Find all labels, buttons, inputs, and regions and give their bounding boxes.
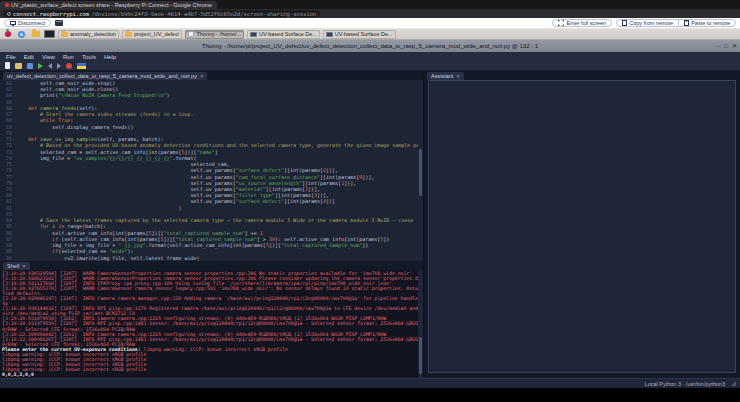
taskbar-window-label: anomaly_detection	[70, 31, 116, 37]
thonny-titlebar[interactable]: Thonny - /home/pi/project_UV_defect/uv_d…	[0, 40, 740, 52]
paste-to-remote-label: Paste to remote	[691, 20, 730, 26]
taskbar-window-label: UV-based Surface De...	[335, 31, 393, 37]
menu-file[interactable]: File	[2, 54, 20, 60]
thonny-menubar: FileEditViewRunToolsHelp	[0, 52, 740, 61]
clipboard-buttons: Copy from remote Paste to remote	[616, 19, 736, 27]
file-manager-launcher-button[interactable]	[30, 29, 41, 39]
editor-tabbar: uv_defect_detection_collect_data_io_rasp…	[0, 71, 423, 80]
shell-line: [3:19:20.927655370] [3207] WARN CameraSe…	[2, 286, 418, 291]
new-file-button[interactable]	[5, 62, 10, 69]
copy-icon	[622, 20, 627, 26]
chromium-icon	[18, 31, 25, 38]
paste-to-remote-button[interactable]: Paste to remote	[678, 20, 735, 26]
remote-taskbar: anomaly_detectionproject_UV_defectThonny…	[0, 29, 740, 40]
folder-icon	[125, 32, 132, 37]
shell-scrollbar[interactable]	[418, 270, 423, 378]
url-path: /devices/b99c24f8-9aee-4b14-a4b7-5d52f8c…	[91, 11, 316, 17]
thonny-window-title: Thonny - /home/pi/project_UV_defect/uv_d…	[202, 43, 538, 49]
stop-restart-button[interactable]	[66, 63, 72, 69]
step-over-button[interactable]	[57, 63, 61, 69]
code-area: self.cam_noir_wide.stop() self.cam_noir_…	[14, 80, 418, 261]
new-file-icon	[5, 62, 10, 69]
run-script-icon	[38, 63, 43, 69]
window-icon	[250, 32, 257, 37]
enter-full-screen-label: Enter full screen	[566, 20, 606, 26]
editor-tab[interactable]: uv_defect_detection_collect_data_io_rasp…	[3, 72, 207, 80]
url-bar[interactable]: connect.raspberrypi.com /devices/b99c24f…	[3, 10, 320, 17]
raspberry-menu-button[interactable]	[2, 29, 13, 39]
open-file-icon	[15, 63, 22, 69]
keyboard-icon[interactable]	[55, 20, 63, 26]
open-file-button[interactable]	[15, 63, 22, 69]
chromium-launcher-button[interactable]	[16, 29, 27, 39]
browser-tabstrip: UV_plastic_surface_defect screen share -…	[0, 0, 740, 9]
taskbar-window-label: project_UV_defect	[134, 31, 179, 37]
taskbar-window-button[interactable]: anomaly_detection	[58, 30, 119, 39]
pi-connect-toolbar: Disconnect Enter full screen Copy from r…	[0, 18, 740, 29]
code-editor[interactable]: 6263646566676869707172737475767778798081…	[0, 80, 423, 261]
menu-view[interactable]: View	[38, 54, 59, 60]
screenshot-thumbnail[interactable]	[44, 29, 55, 39]
close-button[interactable]: ✕	[732, 43, 737, 49]
maximize-button[interactable]: □	[724, 43, 728, 49]
menu-tools[interactable]: Tools	[78, 54, 100, 60]
folder-icon	[61, 32, 68, 37]
assistant-tabbar: Assistant ×	[424, 71, 740, 80]
line-number: 90	[0, 255, 12, 261]
assistant-tab-label: Assistant	[431, 73, 453, 79]
menu-run[interactable]: Run	[59, 54, 78, 60]
ukraine-flag-button[interactable]	[77, 63, 86, 69]
screen-share-icon	[10, 21, 16, 26]
taskbar-window-button[interactable]: project_UV_defect	[122, 30, 182, 39]
chrome-window: UV_plastic_surface_defect screen share -…	[0, 0, 740, 402]
editor-column: uv_defect_detection_collect_data_io_rasp…	[0, 71, 423, 378]
menu-edit[interactable]: Edit	[20, 54, 38, 60]
tab-favicon-icon	[5, 3, 9, 7]
shell-tab-label: Shell	[7, 263, 19, 269]
raspberry-icon	[5, 31, 11, 37]
shell-output: [3:19:20.920329504] [3207] WARN CameraSe…	[0, 270, 418, 378]
line-number-gutter: 6263646566676869707172737475767778798081…	[0, 80, 14, 261]
ukraine-flag-icon	[77, 63, 86, 69]
assistant-panel	[428, 80, 736, 373]
stop-restart-icon	[66, 63, 72, 69]
taskbar-window-label: Thonny - /home/...	[196, 31, 241, 37]
taskbar-window-button[interactable]: UV-based Surface De...	[247, 30, 320, 39]
shell-tab[interactable]: Shell ×	[3, 262, 30, 270]
image-thumbnail-icon	[44, 30, 55, 38]
shell-panel[interactable]: [3:19:20.920329504] [3207] WARN CameraSe…	[0, 270, 423, 378]
shell-line: [3:19:20.929046197] [3207] INFO Camera c…	[2, 296, 418, 301]
thonny-icon	[188, 31, 194, 37]
run-script-button[interactable]	[38, 63, 43, 69]
menu-help[interactable]: Help	[100, 54, 120, 60]
save-file-button[interactable]	[27, 63, 33, 69]
taskbar-window-button[interactable]: Thonny - /home/...	[185, 30, 244, 39]
thonny-toolbar	[0, 61, 740, 71]
editor-scrollbar[interactable]	[418, 80, 423, 261]
browser-tab[interactable]: UV_plastic_surface_defect screen share -…	[0, 1, 217, 9]
editor-scrollbar-thumb[interactable]	[419, 149, 422, 196]
assistant-column: Assistant ×	[423, 71, 740, 378]
taskbar-window-button[interactable]: UV-based Surface De...	[323, 30, 396, 39]
shell-line: 0,0,3,3,0,0	[2, 372, 418, 377]
site-info-icon[interactable]	[7, 12, 11, 16]
shell-tab-close-icon[interactable]: ×	[22, 263, 26, 269]
assistant-tab-close-icon[interactable]: ×	[456, 73, 460, 79]
disconnect-button[interactable]: Disconnect	[4, 19, 51, 27]
enter-full-screen-button[interactable]: Enter full screen	[552, 19, 612, 27]
code-line: cv2.imwrite(img_file, self.latest_frame_…	[16, 255, 418, 261]
step-over-icon	[57, 63, 61, 69]
editor-tab-label: uv_defect_detection_collect_data_io_rasp…	[7, 73, 197, 79]
editor-tab-close-icon[interactable]: ×	[200, 73, 204, 79]
step-back-button[interactable]	[48, 63, 52, 69]
paste-icon	[684, 20, 689, 26]
thonny-statusbar: Local Python 3 · /usr/bin/python3	[0, 378, 740, 388]
shell-scrollbar-thumb[interactable]	[419, 337, 422, 374]
minimize-button[interactable]: –	[717, 43, 720, 49]
copy-from-remote-button[interactable]: Copy from remote	[617, 20, 678, 26]
copy-from-remote-label: Copy from remote	[629, 20, 673, 26]
resize-grip[interactable]	[731, 381, 736, 386]
assistant-tab[interactable]: Assistant ×	[427, 72, 464, 80]
interpreter-selector[interactable]: Local Python 3 · /usr/bin/python3	[645, 381, 725, 387]
fullscreen-icon	[558, 20, 564, 26]
